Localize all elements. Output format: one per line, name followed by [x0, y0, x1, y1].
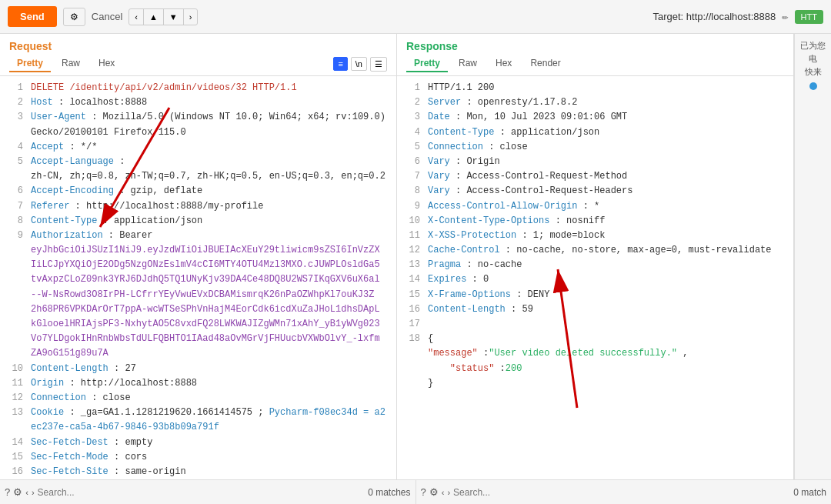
line-content: "status" :200 [428, 362, 787, 376]
left-help-icon[interactable]: ? [5, 486, 10, 498]
tab-response-pretty[interactable]: Pretty [406, 55, 448, 72]
toolbar: Send ⚙ Cancel ‹ ▲ ▼ › Target: http://loc… [0, 0, 831, 34]
line-content: Connection : close [428, 140, 787, 155]
line-number: 17 [403, 317, 420, 332]
line-number: 2 [6, 95, 23, 110]
line-content: --W-NsRowd3O8IrPH-LCfrrYEyVwuEVxDCBAMism… [31, 288, 390, 302]
line-content: } [428, 376, 787, 391]
response-panel: Response Pretty Raw Hex Render 1HTTP/1.1… [397, 34, 794, 479]
table-row: 7Referer : http://localhost:8888/my-prof… [0, 199, 396, 214]
line-content: X-XSS-Protection : 1; mode=block [428, 229, 787, 243]
newline-button[interactable]: \n [351, 57, 367, 71]
line-content: zh-CN, zh;q=0.8, zh-TW;q=0.7, zh-HK;q=0.… [31, 169, 390, 184]
line-number: 13 [6, 406, 23, 435]
right-gear-icon[interactable]: ⚙ [429, 486, 439, 498]
tab-request-pretty[interactable]: Pretty [9, 55, 51, 72]
nav-forward-button[interactable]: › [184, 9, 198, 25]
line-number: 12 [403, 243, 420, 258]
request-code-area[interactable]: 1DELETE /identity/api/v2/admin/videos/32… [0, 76, 396, 479]
table-row: 2Host : localhost:8888 [0, 95, 396, 110]
response-tab-bar: Pretty Raw Hex Render [406, 55, 784, 72]
edit-icon[interactable]: ✏ [782, 10, 788, 23]
line-content: Content-Type : application/json [428, 125, 787, 140]
line-number: 11 [6, 376, 23, 391]
table-row: "status" :200 [397, 362, 793, 376]
table-row: 2Server : openresty/1.17.8.2 [397, 95, 793, 110]
line-number: 8 [6, 214, 23, 229]
tab-request-raw[interactable]: Raw [54, 55, 88, 72]
left-search-bar: ? ⚙ ‹ › 0 matches [0, 480, 416, 504]
line-number: 18 [403, 332, 420, 346]
line-number [403, 346, 420, 361]
nav-down-button[interactable]: ▼ [164, 9, 184, 25]
right-search-bar: ? ⚙ ‹ › 0 match [416, 480, 832, 504]
sidebar-line1: 已为您 [800, 40, 826, 52]
line-content: Vary : Access-Control-Request-Method [428, 169, 787, 184]
sidebar-line2: 电 [809, 53, 817, 65]
table-row: kGlooelHRIAjsPF3-NxhytAO5C8vxdFQ28LWKWAJ… [0, 317, 396, 332]
line-content: Vary : Access-Control-Request-Headers [428, 184, 787, 199]
line-number: 11 [403, 229, 420, 243]
line-number: 9 [403, 199, 420, 214]
gear-button[interactable]: ⚙ [63, 8, 85, 26]
left-gear-icon[interactable]: ⚙ [13, 486, 22, 498]
line-content: Vary : Origin [428, 155, 787, 169]
request-tab-actions: ≡ \n ☰ [333, 57, 387, 72]
line-content: Server : openresty/1.17.8.2 [428, 95, 787, 110]
request-tab-bar: Pretty Raw Hex ≡ \n ☰ [9, 55, 387, 72]
line-content [428, 317, 787, 332]
tab-response-render[interactable]: Render [522, 55, 568, 72]
line-content: Accept-Encoding : gzip, deflate [31, 184, 390, 199]
target-label: Target: http://localhost:8888 [652, 11, 776, 22]
table-row: 8Vary : Access-Control-Request-Headers [397, 184, 793, 199]
response-code-area[interactable]: 1HTTP/1.1 2002Server : openresty/1.17.8.… [397, 76, 793, 479]
line-content: Accept : */* [31, 140, 390, 155]
sidebar-line3: 快来 [805, 66, 822, 78]
wrap-button[interactable]: ≡ [333, 57, 347, 71]
tab-response-raw[interactable]: Raw [451, 55, 485, 72]
line-number [6, 169, 23, 184]
line-number: 12 [6, 391, 23, 406]
table-row: 9Authorization : Bearer [0, 229, 396, 243]
send-button[interactable]: Send [8, 6, 57, 27]
line-number [403, 362, 420, 376]
line-number: 3 [6, 110, 23, 139]
line-number [6, 272, 23, 287]
right-search-input[interactable] [453, 487, 790, 498]
sidebar-dot [809, 82, 817, 90]
line-number: 8 [403, 184, 420, 199]
main-content: Request Pretty Raw Hex ≡ \n ☰ 1DELETE /i… [0, 34, 831, 479]
nav-arrows: ‹ ▲ ▼ › [128, 8, 198, 25]
table-row: 11X-XSS-Protection : 1; mode=block [397, 229, 793, 243]
line-number: 5 [6, 155, 23, 169]
request-panel: Request Pretty Raw Hex ≡ \n ☰ 1DELETE /i… [0, 34, 397, 479]
table-row: 9Access-Control-Allow-Origin : * [397, 199, 793, 214]
nav-back-button[interactable]: ‹ [129, 9, 144, 25]
table-row: "message" :"User video deleted successfu… [397, 346, 793, 361]
table-row: 6Vary : Origin [397, 155, 793, 169]
right-forward-icon[interactable]: › [447, 488, 450, 497]
table-row: 3Date : Mon, 10 Jul 2023 09:01:06 GMT [397, 110, 793, 125]
left-back-icon[interactable]: ‹ [25, 488, 28, 497]
line-content: Cookie : _ga=GA1.1.1281219620.1661414575… [31, 406, 390, 435]
line-content: Content-Length : 27 [31, 362, 390, 376]
tab-response-hex[interactable]: Hex [488, 55, 519, 72]
left-search-input[interactable] [38, 487, 365, 498]
line-content: X-Frame-Options : DENY [428, 288, 787, 302]
table-row: --W-NsRowd3O8IrPH-LCfrrYEyVwuEVxDCBAMism… [0, 288, 396, 302]
cancel-button[interactable]: Cancel [92, 11, 122, 22]
line-number: 7 [403, 169, 420, 184]
nav-up-button[interactable]: ▲ [144, 9, 164, 25]
menu-button[interactable]: ☰ [370, 57, 387, 72]
right-back-icon[interactable]: ‹ [442, 488, 445, 497]
request-panel-title: Request [9, 40, 387, 52]
tab-request-hex[interactable]: Hex [91, 55, 122, 72]
table-row: 14Expires : 0 [397, 272, 793, 287]
table-row: 8Content-Type : application/json [0, 214, 396, 229]
right-help-icon[interactable]: ? [421, 486, 426, 498]
table-row: 7Vary : Access-Control-Request-Method [397, 169, 793, 184]
line-number: 4 [403, 125, 420, 140]
bottom-bars: ? ⚙ ‹ › 0 matches ? ⚙ ‹ › 0 match [0, 479, 831, 504]
left-forward-icon[interactable]: › [32, 488, 35, 497]
line-number: 2 [403, 95, 420, 110]
